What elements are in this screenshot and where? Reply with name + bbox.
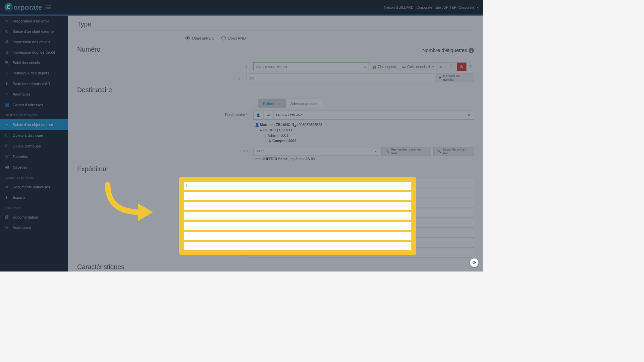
sidebar-item-icon: ☑ [5, 143, 9, 148]
sidebar-item-label: Impression des envois [13, 40, 50, 44]
highlight-input[interactable] [184, 212, 411, 220]
lieu-select[interactable]: JS 03 [253, 147, 379, 156]
highlight-input[interactable] [184, 232, 411, 240]
chevron-left-icon: ‹ [62, 93, 63, 96]
saisie-libre-label: Saisie libre d'un lieu [442, 147, 470, 155]
sidebar-item-icon: ▮ [5, 81, 9, 86]
sidebar-item[interactable]: ▮Scan des retours d'AR [0, 78, 68, 89]
hierarchy-icon[interactable]: ⇄ [263, 111, 273, 119]
dest-level2: Admin | 0001 [267, 133, 288, 137]
sidebar-item[interactable]: ✎Préparation d'un envoi [0, 16, 68, 26]
dest-level3: Compta | 0002 [272, 139, 296, 143]
sidebar: ✎Préparation d'un envoi⇱Saisie d'un obje… [0, 16, 68, 272]
sidebar-item-label: Saisie d'un objet externe [13, 29, 54, 34]
brand-logo[interactable]: C orporate [5, 3, 42, 12]
sidebar-item-label: Scan des retours d'AR [13, 81, 50, 86]
nb-etiquettes-badge: 1 [469, 47, 474, 53]
barcode-icon: ▮▮▮ [256, 65, 261, 68]
numero-index: 1 [77, 64, 253, 69]
clear-qty-button[interactable]: ✕ [437, 62, 445, 71]
topbar: C orporate Nelson GUILLARD - Corporate -… [0, 0, 483, 16]
highlight-input[interactable] [184, 202, 411, 210]
sidebar-header-admin: ADMINISTRATION [0, 172, 68, 182]
numero-index: 2 [77, 75, 247, 80]
sidebar-item[interactable]: ⚠Anomalies‹ [0, 89, 68, 100]
sidebar-item-icon: 🛒 [5, 154, 9, 159]
sidebar-item[interactable]: 🗐Documentation‹ [0, 212, 68, 222]
check-icon: ✓ [363, 65, 366, 68]
sidebar-item[interactable]: 👥Carnet d'adresses [0, 99, 68, 110]
chevron-left-icon: ‹ [62, 216, 63, 219]
chevron-left-icon: ‹ [62, 185, 63, 188]
search-lieux-label: Rechercher dans les lieux [391, 147, 427, 155]
sidebar-item-label: Saisie d'un objet entrant [13, 122, 53, 127]
sidebar-item[interactable]: ▱Documents numérisés‹ [0, 182, 68, 192]
carrier-label: Chronopost [378, 65, 396, 69]
sidebar-item-label: Préparation d'un envoi [13, 19, 50, 23]
sidebar-item-icon: ⇱ [5, 29, 9, 34]
saisie-libre-button[interactable]: 🔍Saisie libre d'un lieu [433, 147, 474, 156]
menu-toggle-icon[interactable] [46, 6, 51, 9]
delete-row-button[interactable]: 🗑 [457, 62, 467, 71]
highlight-input[interactable] [184, 222, 411, 230]
barcode-icon: ▮▮▮ [249, 76, 254, 79]
help-badge-icon: ⟳ [472, 260, 476, 266]
sidebar-item-icon: ＋ [5, 122, 9, 127]
highlight-input[interactable] [184, 242, 411, 250]
sidebar-item-label: Historique des dépôts [13, 71, 49, 75]
person-icon[interactable]: 👤 [253, 111, 263, 119]
sidebar-item[interactable]: ⇱Saisie d'un objet externe [0, 26, 68, 37]
lieu-label: Lieu : [77, 147, 253, 153]
sidebar-item[interactable]: ⬇Exports [0, 192, 68, 203]
sidebar-item[interactable]: 🗓Historique des dépôts [0, 68, 68, 78]
info-icon[interactable]: ⓘ [469, 64, 472, 69]
dest-input[interactable]: 👤 ⇄ Martine LEBLANC ✕ [253, 110, 474, 119]
tutorial-arrow-icon [100, 180, 158, 223]
tab-referentiel[interactable]: Référentiel [258, 99, 285, 108]
sidebar-item-label: Navettes [13, 165, 28, 169]
sidebar-item-icon: 👥 [5, 102, 9, 107]
sidebar-item-label: Objets à distribuer [13, 133, 43, 137]
sidebar-item[interactable]: 🖶Impression des envois [0, 37, 68, 47]
sidebar-item-icon: 🖶 [5, 40, 9, 44]
sidebar-item-icon: ⚠ [5, 92, 9, 97]
sidebar-item-label: Anomalies [13, 92, 31, 96]
dest-label: Destinataire * : [77, 110, 253, 116]
generate-number-button[interactable]: ⚑Générer un numéro [435, 73, 474, 82]
nb-etiquettes-label: Nombre d'étiquettes1 [422, 47, 474, 53]
sidebar-item-icon: ▱ [5, 185, 9, 189]
user-line-text: Nelson GUILLARD - Corporate - site JUPIT… [384, 5, 475, 9]
tutorial-highlight: | [179, 177, 416, 255]
sidebar-item[interactable]: ☐Objets à distribuer [0, 130, 68, 141]
help-float-button[interactable]: ⟳ [470, 258, 479, 267]
radio-dot-icon [221, 36, 226, 41]
numero-input[interactable]: ▮▮▮ GC990369119JB ✓ [253, 62, 369, 71]
highlight-input[interactable] [184, 192, 411, 200]
radio-objet-pnd[interactable]: Objet PND [221, 36, 246, 41]
highlight-input[interactable]: | [184, 182, 411, 190]
radio-objet-entrant[interactable]: Objet entrant [185, 36, 214, 41]
dest-phone: +008037596522 [297, 122, 322, 126]
sidebar-item[interactable]: ＋Saisie d'un objet entrant [0, 119, 68, 130]
tab-adresse-postale[interactable]: Adresse postale [286, 99, 322, 108]
sidebar-item[interactable]: ⊘Assistance [0, 222, 68, 233]
carrier-chip[interactable]: 🚚Chronopost [369, 62, 399, 71]
user-menu[interactable]: Nelson GUILLARD - Corporate - site JUPIT… [384, 5, 478, 9]
sidebar-item[interactable]: ☑Objets distribués [0, 140, 68, 151]
dest-value: Martine LEBLANC [273, 113, 464, 117]
numero-value: GC990369119JB [263, 65, 288, 68]
sidebar-item-label: Suivi des envois [13, 60, 40, 65]
numero-row-2: 2 ▮▮▮ ⚑Générer un numéro [77, 73, 474, 82]
qty-input[interactable]: 1 [445, 62, 457, 71]
sidebar-item[interactable]: 🔍Suivi des envois [0, 57, 68, 68]
search-lieux-button[interactable]: 🔍Rechercher dans les lieux [381, 147, 431, 156]
sidebar-item[interactable]: 🗎Impression doc. de dépôt [0, 47, 68, 57]
clear-dest-button[interactable]: ✕ [464, 113, 474, 117]
sidebar-item[interactable]: 🛒Tournées [0, 151, 68, 162]
numero-input-empty[interactable]: ▮▮▮ [246, 73, 435, 82]
sidebar-item-icon: ✎ [5, 19, 9, 23]
sidebar-item[interactable]: 🚚Navettes [0, 162, 68, 172]
section-title-type: Type [77, 20, 474, 28]
package-type-dropdown[interactable]: 🏷Colis standard [399, 62, 437, 71]
sidebar-item-label: Assistance [13, 225, 31, 230]
